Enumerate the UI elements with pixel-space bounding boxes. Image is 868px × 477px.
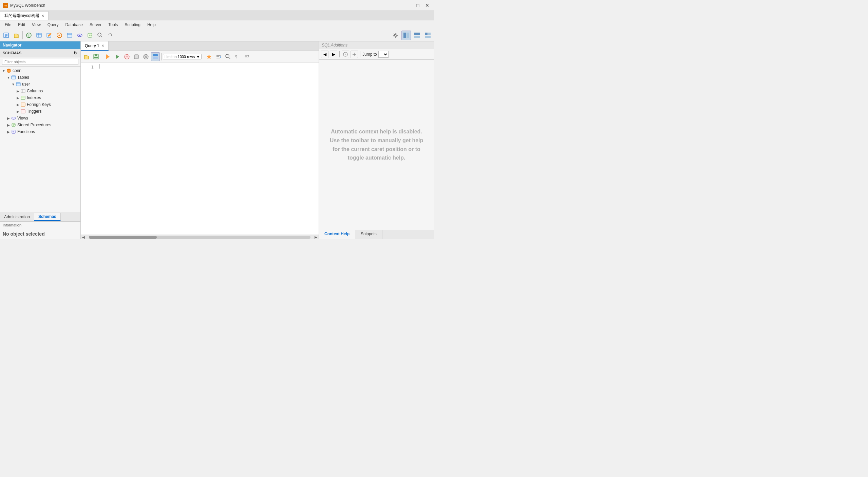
- save-button[interactable]: [92, 52, 100, 61]
- navigator-bottom-tabs: Administration Schemas: [0, 212, 80, 221]
- stop-button[interactable]: [132, 52, 141, 61]
- editor-cursor: [99, 64, 99, 69]
- tree-tables[interactable]: ▼ Tables: [0, 74, 80, 81]
- h-scrollbar-thumb[interactable]: [89, 236, 157, 239]
- sql-manual-help[interactable]: ?: [342, 51, 349, 58]
- h-scrollbar-track[interactable]: [89, 236, 310, 239]
- scroll-left-arrow[interactable]: ◀: [81, 235, 86, 239]
- scroll-right-arrow[interactable]: ▶: [313, 235, 319, 239]
- connection-tab[interactable]: 我的远端mysql机器 ✕: [0, 11, 49, 20]
- menu-server[interactable]: Server: [86, 22, 105, 28]
- indexes-label: Indexes: [27, 95, 41, 100]
- conn-icon: [6, 68, 12, 73]
- svg-rect-30: [428, 33, 431, 35]
- sql-editor[interactable]: 1: [81, 62, 319, 235]
- svg-rect-60: [153, 57, 158, 59]
- limit-rows-select[interactable]: Limit to 1000 rows ▼: [163, 54, 202, 59]
- query-tab-1[interactable]: Query 1 ✕: [81, 41, 109, 51]
- reconnect-button[interactable]: [106, 31, 115, 40]
- limit-arrow: ▼: [196, 55, 200, 59]
- layout-1-button[interactable]: [401, 31, 411, 40]
- new-sql-button[interactable]: [1, 31, 11, 40]
- schema-inspector-button[interactable]: i: [24, 31, 34, 40]
- svg-line-64: [229, 57, 230, 59]
- close-button[interactable]: ✕: [423, 2, 431, 9]
- menu-query[interactable]: Query: [44, 22, 62, 28]
- snippets-tab[interactable]: Snippets: [355, 230, 382, 239]
- foreign-keys-arrow[interactable]: ▶: [16, 102, 20, 107]
- tree-indexes[interactable]: ▶ Indexes: [0, 94, 80, 101]
- layout-3-button[interactable]: [423, 31, 433, 40]
- cancel-button[interactable]: [141, 52, 150, 61]
- menu-file[interactable]: File: [1, 22, 15, 28]
- toggle-result-button[interactable]: [151, 52, 160, 61]
- tree-foreign-keys[interactable]: ▶ Foreign Keys: [0, 101, 80, 108]
- svg-rect-49: [95, 54, 97, 56]
- stored-procedures-arrow[interactable]: ▶: [6, 123, 11, 127]
- find-button[interactable]: [224, 52, 232, 61]
- connection-tab-close[interactable]: ✕: [41, 14, 44, 18]
- tables-arrow[interactable]: ▼: [6, 75, 11, 80]
- menu-database[interactable]: Database: [62, 22, 86, 28]
- tree-functions[interactable]: ▶ fn Functions: [0, 128, 80, 135]
- create-view-button[interactable]: [75, 31, 84, 40]
- jump-to-select[interactable]: [378, 51, 389, 58]
- create-procedure-button[interactable]: SP: [85, 31, 95, 40]
- tree-stored-procedures[interactable]: ▶ SP Stored Procedures: [0, 122, 80, 128]
- app-title: MySQL Workbench: [10, 3, 404, 8]
- tree-triggers[interactable]: ▶ Triggers: [0, 108, 80, 115]
- query-tab-close[interactable]: ✕: [101, 44, 104, 48]
- menu-view[interactable]: View: [29, 22, 44, 28]
- tree-views[interactable]: ▶ Views: [0, 115, 80, 122]
- table-data-button[interactable]: [34, 31, 44, 40]
- indexes-arrow[interactable]: ▶: [16, 95, 20, 100]
- views-arrow[interactable]: ▶: [6, 116, 11, 121]
- context-help-tab[interactable]: Context Help: [319, 230, 355, 239]
- menu-scripting[interactable]: Scripting: [121, 22, 144, 28]
- invisible-chars-button[interactable]: ¶: [233, 52, 242, 61]
- svg-text:i: i: [28, 34, 29, 37]
- svg-marker-51: [106, 54, 110, 59]
- menu-edit[interactable]: Edit: [15, 22, 29, 28]
- create-table-button[interactable]: +: [65, 31, 74, 40]
- sql-nav-back[interactable]: ◀: [321, 51, 328, 58]
- menu-tools[interactable]: Tools: [105, 22, 121, 28]
- tree-conn[interactable]: ▼ conn: [0, 67, 80, 74]
- editor-hscrollbar[interactable]: ◀ ▶: [81, 235, 319, 239]
- execute-button[interactable]: [103, 52, 112, 61]
- sql-nav-forward[interactable]: ▶: [330, 51, 337, 58]
- conn-arrow[interactable]: ▼: [1, 68, 6, 73]
- refresh-schemas-button[interactable]: ↻: [74, 50, 78, 56]
- settings-button[interactable]: [391, 31, 400, 40]
- schemas-tab[interactable]: Schemas: [34, 213, 61, 221]
- administration-tab[interactable]: Administration: [0, 213, 34, 221]
- explain-button[interactable]: ?: [122, 52, 131, 61]
- open-sql-button[interactable]: [12, 31, 21, 40]
- user-arrow[interactable]: ▼: [11, 82, 16, 87]
- menu-help[interactable]: Help: [144, 22, 159, 28]
- minimize-button[interactable]: —: [404, 2, 412, 9]
- sql-toggle-help[interactable]: [351, 51, 358, 58]
- beautify-button[interactable]: [214, 52, 223, 61]
- triggers-arrow[interactable]: ▶: [16, 109, 20, 114]
- tree-columns[interactable]: ▶ Columns: [0, 88, 80, 94]
- sql-help-content: Automatic context help is disabled. Use …: [319, 60, 434, 230]
- app-icon: W: [3, 3, 8, 8]
- edit-table-button[interactable]: [44, 31, 54, 40]
- functions-arrow[interactable]: ▶: [6, 129, 11, 134]
- svg-rect-59: [153, 54, 158, 56]
- svg-marker-62: [220, 56, 222, 58]
- maximize-button[interactable]: □: [414, 2, 422, 9]
- layout-2-button[interactable]: [412, 31, 422, 40]
- filter-input[interactable]: [2, 59, 78, 65]
- columns-arrow[interactable]: ▶: [16, 89, 20, 93]
- create-schema-button[interactable]: +: [55, 31, 64, 40]
- execute-current-button[interactable]: [113, 52, 122, 61]
- add-favorite-button[interactable]: [205, 52, 213, 61]
- search-button[interactable]: [95, 31, 105, 40]
- tree-user[interactable]: ▼ user: [0, 81, 80, 88]
- open-file-button[interactable]: [82, 52, 91, 61]
- columns-icon: [20, 88, 26, 94]
- svg-rect-39: [21, 96, 25, 99]
- wrap-button[interactable]: [243, 52, 251, 61]
